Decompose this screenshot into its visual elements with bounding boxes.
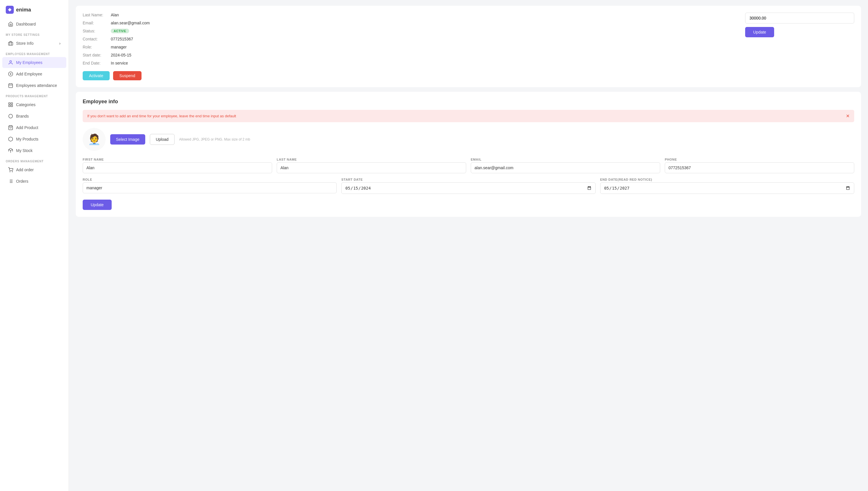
sidebar-item-label: Add Product [16, 125, 60, 130]
person-icon [8, 60, 13, 65]
salary-input[interactable] [745, 12, 854, 24]
sidebar-item-brands[interactable]: Brands [2, 111, 66, 122]
svg-rect-0 [9, 42, 13, 45]
sidebar-item-label: Employees attendance [16, 83, 60, 88]
bag-icon [8, 125, 13, 130]
section-label-products: PRODUCTS MANAGEMENT [0, 91, 69, 99]
first-name-group: FIRST NAME [83, 158, 272, 173]
end-date-row: End Date: In service [83, 61, 738, 65]
sidebar-item-label: Store Info [16, 41, 56, 46]
email-label: Email: [83, 21, 109, 25]
logo: enima [0, 0, 69, 18]
sidebar-item-label: Dashboard [16, 22, 60, 26]
sidebar-item-my-products[interactable]: My Products [2, 134, 66, 145]
list-icon [8, 179, 13, 184]
app-name: enima [16, 7, 31, 13]
svg-rect-12 [11, 105, 12, 107]
sidebar-item-label: My Products [16, 137, 60, 141]
role-group: ROLE [83, 178, 337, 194]
update-info-button[interactable]: Update [83, 200, 112, 210]
last-name-label: Last Name: [83, 12, 109, 17]
alert-banner: If you don't want to add an end time for… [83, 110, 854, 122]
employee-info-card: Employee info If you don't want to add a… [76, 92, 861, 217]
email-row: Email: alan.sear@gmail.com [83, 21, 738, 25]
sidebar-item-my-stock[interactable]: My Stock [2, 145, 66, 156]
form-grid-top: FIRST NAME LAST NAME EMAIL PHONE [83, 158, 854, 173]
role-label: Role: [83, 45, 109, 49]
sidebar: enima Dashboard MY STORE SETTINGS Store … [0, 0, 69, 491]
section-label-employees: EMPLOYEES MANAGEMENT [0, 49, 69, 57]
role-value: manager [111, 45, 127, 49]
card-title: Employee info [83, 99, 854, 105]
add-circle-icon [8, 71, 13, 77]
cart-icon [8, 167, 13, 172]
employee-summary-card: Last Name: Alan Email: alan.sear@gmail.c… [76, 6, 861, 87]
sidebar-item-employees-attendance[interactable]: Employees attendance [2, 80, 66, 91]
end-date-input[interactable] [600, 182, 854, 194]
svg-point-13 [9, 114, 12, 118]
role-label: ROLE [83, 178, 337, 181]
update-salary-button[interactable]: Update [745, 27, 774, 37]
svg-rect-11 [9, 105, 10, 107]
activate-button[interactable]: Activate [83, 71, 110, 80]
calendar-icon [8, 83, 13, 88]
alert-close-button[interactable]: ✕ [846, 113, 850, 119]
sidebar-item-add-order[interactable]: Add order [2, 164, 66, 175]
sidebar-item-label: My Employees [16, 60, 60, 65]
sidebar-item-categories[interactable]: Categories [2, 99, 66, 110]
section-label-orders: ORDERS MANAGEMENT [0, 156, 69, 164]
last-name-row: Last Name: Alan [83, 12, 738, 17]
employee-actions: Activate Suspend [83, 71, 738, 80]
sidebar-item-add-employee[interactable]: Add Employee [2, 68, 66, 80]
sidebar-item-dashboard[interactable]: Dashboard [2, 19, 66, 30]
start-date-label: Start date: [83, 53, 109, 57]
last-name-input[interactable] [277, 162, 466, 173]
upload-hint: Allowed JPG, JPEG or PNG. Max size of 2 … [179, 137, 250, 141]
status-label: Status: [83, 29, 109, 33]
phone-group: PHONE [665, 158, 854, 173]
email-value: alan.sear@gmail.com [111, 21, 150, 25]
store-icon [8, 41, 13, 46]
section-label-store: MY STORE SETTINGS [0, 30, 69, 37]
first-name-input[interactable] [83, 162, 272, 173]
contact-label: Contact: [83, 37, 109, 41]
employee-summary-right: Update [745, 12, 854, 80]
sidebar-item-store-info[interactable]: Store Info › [2, 38, 66, 49]
end-date-group: END DATE(READ RED NOTICE) [600, 178, 854, 194]
box-icon [8, 148, 13, 153]
status-row: Status: ACTIVE [83, 29, 738, 33]
phone-label: PHONE [665, 158, 854, 161]
contact-value: 0772515367 [111, 37, 133, 41]
avatar: 🧑‍💼 [83, 128, 106, 151]
sidebar-item-add-product[interactable]: Add Product [2, 122, 66, 133]
employee-summary-left: Last Name: Alan Email: alan.sear@gmail.c… [83, 12, 738, 80]
role-row: Role: manager [83, 45, 738, 49]
email-group: EMAIL [471, 158, 660, 173]
sidebar-item-my-employees[interactable]: My Employees [2, 57, 66, 68]
last-name-label: LAST NAME [277, 158, 466, 161]
last-name-value: Alan [111, 12, 119, 17]
upload-button[interactable]: Upload [150, 134, 174, 145]
start-date-input[interactable] [341, 182, 595, 194]
sidebar-item-label: Brands [16, 114, 60, 118]
circle-icon [8, 114, 13, 119]
role-input[interactable] [83, 182, 337, 193]
form-grid-bottom: ROLE START DATE END DATE(READ RED NOTICE… [83, 178, 854, 194]
svg-point-17 [12, 172, 12, 172]
sidebar-item-orders[interactable]: Orders [2, 176, 66, 187]
end-date-label: END DATE(READ RED NOTICE) [600, 178, 854, 181]
grid-icon [8, 102, 13, 107]
phone-input[interactable] [665, 162, 854, 173]
suspend-button[interactable]: Suspend [113, 71, 141, 80]
sidebar-item-label: Add order [16, 168, 60, 172]
email-input[interactable] [471, 162, 660, 173]
svg-rect-5 [9, 84, 12, 88]
start-date-row: Start date: 2024-05-15 [83, 53, 738, 57]
sidebar-item-label: Orders [16, 179, 60, 183]
end-date-label: End Date: [83, 61, 109, 65]
home-icon [8, 22, 13, 27]
svg-point-16 [10, 172, 10, 172]
select-image-button[interactable]: Select Image [110, 134, 145, 145]
svg-rect-9 [9, 103, 10, 104]
end-date-value: In service [111, 61, 128, 65]
